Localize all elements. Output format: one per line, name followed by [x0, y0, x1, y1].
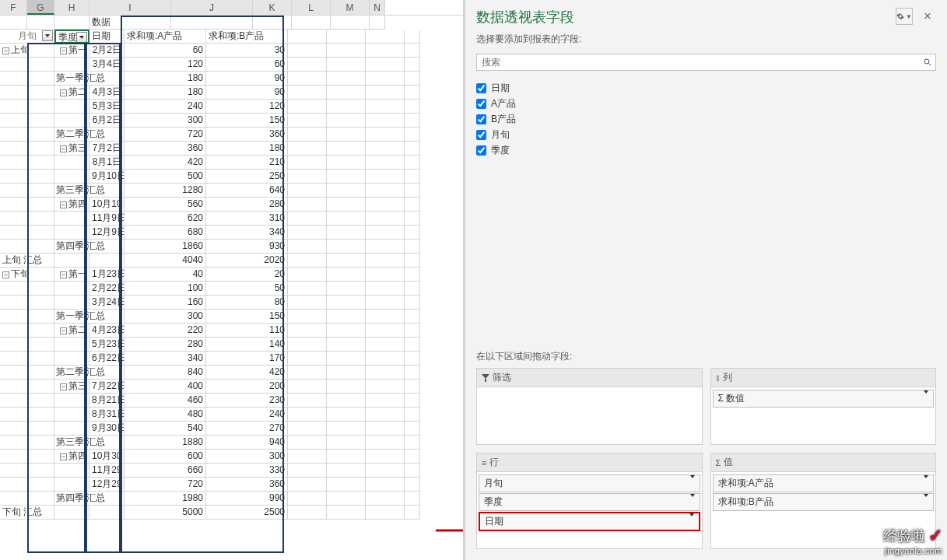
- zone-item[interactable]: 季度: [479, 493, 700, 511]
- table-row[interactable]: 12月9日680340: [0, 226, 463, 240]
- col-header-J[interactable]: J: [171, 0, 253, 15]
- table-row[interactable]: 上旬 汇总40402020: [0, 254, 463, 268]
- field-checkbox[interactable]: [476, 83, 486, 93]
- collapse-icon[interactable]: −: [60, 383, 67, 390]
- table-row[interactable]: 2月22日10050: [0, 282, 463, 296]
- col-header-N[interactable]: N: [370, 0, 385, 15]
- table-row[interactable]: −第三7月2日360180: [0, 142, 463, 156]
- table-row[interactable]: −第四10月10日560280: [0, 198, 463, 212]
- spreadsheet-area[interactable]: F G H I J K L M N 数据月旬季度日期求和项:A产品求和项:B产品…: [0, 0, 465, 560]
- collapse-icon[interactable]: −: [60, 89, 67, 96]
- search-input[interactable]: [477, 54, 920, 70]
- table-row[interactable]: 第二季 汇总840420: [0, 366, 463, 380]
- month-period-header[interactable]: 月旬: [0, 30, 54, 44]
- table-row[interactable]: 第四季 汇总1860930: [0, 240, 463, 254]
- field-item[interactable]: 日期: [476, 80, 936, 96]
- dropdown-icon[interactable]: [76, 32, 87, 43]
- date-header[interactable]: 日期: [89, 30, 125, 44]
- close-icon[interactable]: ×: [919, 8, 936, 25]
- table-row[interactable]: 12月29日720360: [0, 478, 463, 492]
- table-row[interactable]: 第三季 汇总1280640: [0, 184, 463, 198]
- table-row[interactable]: 第一季 汇总300150: [0, 310, 463, 324]
- filter-icon: [482, 374, 489, 382]
- table-row[interactable]: 11月29日660330: [0, 464, 463, 478]
- table-row[interactable]: −第三7月22日400200: [0, 380, 463, 394]
- table-row[interactable]: 第四季 汇总1980990: [0, 492, 463, 506]
- col-header-H[interactable]: H: [54, 0, 89, 15]
- table-row[interactable]: −第二4月3日18090: [0, 86, 463, 100]
- field-item[interactable]: 季度: [476, 142, 936, 158]
- col-header-L[interactable]: L: [292, 0, 331, 15]
- table-row[interactable]: −下旬−第一1月23日4020: [0, 268, 463, 282]
- collapse-icon[interactable]: −: [60, 201, 67, 208]
- collapse-icon[interactable]: −: [60, 327, 67, 334]
- table-row[interactable]: 11月9日620310: [0, 212, 463, 226]
- field-item[interactable]: 月旬: [476, 127, 936, 142]
- field-checkbox[interactable]: [476, 130, 486, 140]
- quarter-header[interactable]: 季度: [54, 30, 89, 44]
- columns-icon: [716, 373, 720, 383]
- field-checkbox[interactable]: [476, 145, 486, 156]
- filters-zone[interactable]: 筛选: [476, 368, 703, 445]
- rows-zone[interactable]: 行 月旬季度日期: [476, 453, 703, 549]
- zone-item[interactable]: 日期: [479, 512, 700, 531]
- dropdown-icon[interactable]: [42, 30, 53, 41]
- column-headers: F G H I J K L M N: [0, 0, 463, 16]
- table-row[interactable]: 6月22日340170: [0, 352, 463, 366]
- table-row[interactable]: 第二季 汇总720360: [0, 128, 463, 142]
- table-row[interactable]: 8月1日420210: [0, 156, 463, 170]
- table-row[interactable]: 下旬 汇总50002500: [0, 506, 463, 520]
- field-item[interactable]: B产品: [476, 111, 936, 127]
- table-row[interactable]: 9月10日500250: [0, 170, 463, 184]
- col-header-I[interactable]: I: [89, 0, 171, 15]
- table-row[interactable]: 5月23日280140: [0, 338, 463, 352]
- col-header-K[interactable]: K: [253, 0, 292, 15]
- table-row[interactable]: 3月24日16080: [0, 296, 463, 310]
- table-row[interactable]: 3月4日12060: [0, 58, 463, 72]
- zone-item[interactable]: 月旬: [479, 474, 700, 492]
- table-row[interactable]: 8月21日460230: [0, 394, 463, 408]
- chevron-down-icon[interactable]: [924, 478, 928, 489]
- sum-a-header[interactable]: 求和项:A产品: [125, 30, 206, 44]
- collapse-icon[interactable]: −: [2, 47, 9, 54]
- search-input-wrapper[interactable]: [476, 54, 936, 71]
- col-header-G[interactable]: G: [27, 0, 54, 15]
- chevron-down-icon[interactable]: [690, 478, 695, 489]
- zone-item[interactable]: 求和项:A产品: [713, 474, 935, 492]
- table-row[interactable]: 9月30日540270: [0, 422, 463, 436]
- chevron-down-icon[interactable]: [924, 394, 928, 404]
- collapse-icon[interactable]: −: [60, 47, 67, 54]
- search-icon[interactable]: [920, 54, 935, 70]
- values-zone-title: 值: [724, 456, 733, 469]
- field-item[interactable]: A产品: [476, 96, 936, 111]
- collapse-icon[interactable]: −: [60, 271, 67, 278]
- table-row[interactable]: −上旬−第一2月2日6030: [0, 44, 463, 58]
- col-header-M[interactable]: M: [331, 0, 370, 15]
- table-row[interactable]: 8月31日480240: [0, 408, 463, 422]
- collapse-icon[interactable]: −: [60, 145, 67, 152]
- field-checkbox[interactable]: [476, 114, 486, 124]
- collapse-icon[interactable]: −: [60, 453, 67, 460]
- zone-item[interactable]: Σ 数值: [713, 390, 935, 408]
- table-row[interactable]: 6月2日300150: [0, 114, 463, 128]
- svg-line-3: [929, 64, 931, 66]
- field-label: 季度: [491, 144, 510, 157]
- rows-zone-title: 行: [489, 456, 499, 469]
- table-row[interactable]: −第四10月30日600300: [0, 450, 463, 464]
- col-header-F[interactable]: F: [0, 0, 27, 15]
- chevron-down-icon[interactable]: [924, 497, 928, 508]
- chevron-down-icon[interactable]: [690, 497, 695, 508]
- table-row[interactable]: 第一季 汇总18090: [0, 72, 463, 86]
- sum-b-header[interactable]: 求和项:B产品: [206, 30, 288, 44]
- table-row[interactable]: 5月3日240120: [0, 100, 463, 114]
- gear-icon[interactable]: ▼: [896, 8, 913, 25]
- table-row[interactable]: 第三季 汇总1880940: [0, 436, 463, 450]
- collapse-icon[interactable]: −: [2, 271, 9, 278]
- grid-body[interactable]: 数据月旬季度日期求和项:A产品求和项:B产品−上旬−第一2月2日60303月4日…: [0, 16, 463, 520]
- columns-zone[interactable]: 列 Σ 数值: [710, 368, 937, 445]
- table-row[interactable]: −第二4月23日220110: [0, 324, 463, 338]
- zone-item[interactable]: 求和项:B产品: [713, 493, 935, 511]
- field-checkbox[interactable]: [476, 99, 486, 109]
- chevron-down-icon[interactable]: [689, 516, 694, 527]
- svg-point-2: [924, 59, 929, 64]
